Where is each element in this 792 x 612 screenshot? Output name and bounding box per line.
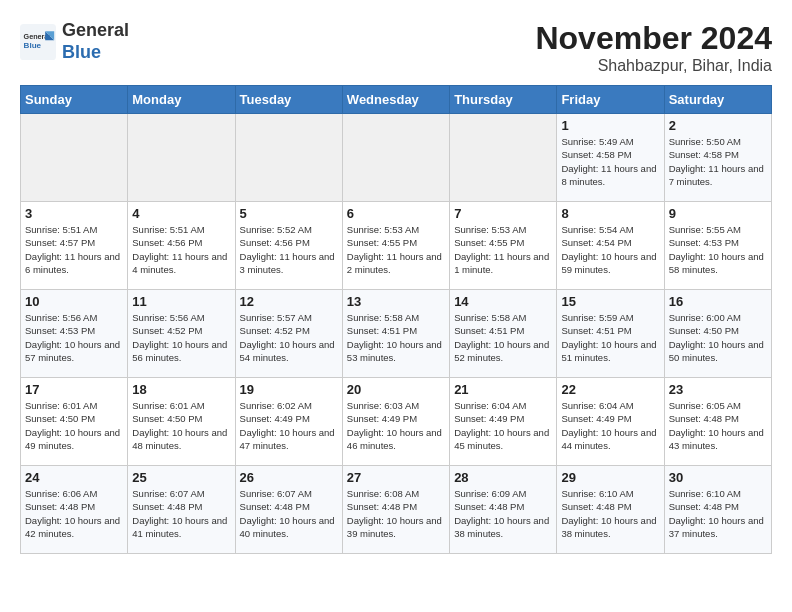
day-number: 19 [240,382,338,397]
weekday-header-monday: Monday [128,86,235,114]
calendar-week-3: 10Sunrise: 5:56 AM Sunset: 4:53 PM Dayli… [21,290,772,378]
weekday-header-saturday: Saturday [664,86,771,114]
calendar-table: SundayMondayTuesdayWednesdayThursdayFrid… [20,85,772,554]
calendar-week-1: 1Sunrise: 5:49 AM Sunset: 4:58 PM Daylig… [21,114,772,202]
day-number: 9 [669,206,767,221]
calendar-cell: 23Sunrise: 6:05 AM Sunset: 4:48 PM Dayli… [664,378,771,466]
day-number: 6 [347,206,445,221]
calendar-cell: 12Sunrise: 5:57 AM Sunset: 4:52 PM Dayli… [235,290,342,378]
calendar-cell: 29Sunrise: 6:10 AM Sunset: 4:48 PM Dayli… [557,466,664,554]
calendar-cell: 18Sunrise: 6:01 AM Sunset: 4:50 PM Dayli… [128,378,235,466]
day-info: Sunrise: 5:51 AM Sunset: 4:57 PM Dayligh… [25,223,123,276]
calendar-cell: 3Sunrise: 5:51 AM Sunset: 4:57 PM Daylig… [21,202,128,290]
calendar-cell: 5Sunrise: 5:52 AM Sunset: 4:56 PM Daylig… [235,202,342,290]
calendar-cell: 15Sunrise: 5:59 AM Sunset: 4:51 PM Dayli… [557,290,664,378]
day-number: 7 [454,206,552,221]
day-number: 23 [669,382,767,397]
month-year-title: November 2024 [535,20,772,57]
calendar-cell: 4Sunrise: 5:51 AM Sunset: 4:56 PM Daylig… [128,202,235,290]
day-info: Sunrise: 5:57 AM Sunset: 4:52 PM Dayligh… [240,311,338,364]
weekday-header-thursday: Thursday [450,86,557,114]
day-info: Sunrise: 5:59 AM Sunset: 4:51 PM Dayligh… [561,311,659,364]
day-info: Sunrise: 5:54 AM Sunset: 4:54 PM Dayligh… [561,223,659,276]
calendar-cell: 26Sunrise: 6:07 AM Sunset: 4:48 PM Dayli… [235,466,342,554]
calendar-cell: 14Sunrise: 5:58 AM Sunset: 4:51 PM Dayli… [450,290,557,378]
calendar-cell: 25Sunrise: 6:07 AM Sunset: 4:48 PM Dayli… [128,466,235,554]
day-info: Sunrise: 6:04 AM Sunset: 4:49 PM Dayligh… [561,399,659,452]
calendar-cell: 22Sunrise: 6:04 AM Sunset: 4:49 PM Dayli… [557,378,664,466]
calendar-cell: 16Sunrise: 6:00 AM Sunset: 4:50 PM Dayli… [664,290,771,378]
day-number: 20 [347,382,445,397]
calendar-cell: 8Sunrise: 5:54 AM Sunset: 4:54 PM Daylig… [557,202,664,290]
weekday-header-wednesday: Wednesday [342,86,449,114]
calendar-cell: 21Sunrise: 6:04 AM Sunset: 4:49 PM Dayli… [450,378,557,466]
day-info: Sunrise: 6:05 AM Sunset: 4:48 PM Dayligh… [669,399,767,452]
day-info: Sunrise: 5:51 AM Sunset: 4:56 PM Dayligh… [132,223,230,276]
day-number: 10 [25,294,123,309]
day-info: Sunrise: 5:53 AM Sunset: 4:55 PM Dayligh… [347,223,445,276]
calendar-cell: 13Sunrise: 5:58 AM Sunset: 4:51 PM Dayli… [342,290,449,378]
calendar-cell: 7Sunrise: 5:53 AM Sunset: 4:55 PM Daylig… [450,202,557,290]
calendar-cell: 10Sunrise: 5:56 AM Sunset: 4:53 PM Dayli… [21,290,128,378]
day-info: Sunrise: 6:10 AM Sunset: 4:48 PM Dayligh… [561,487,659,540]
day-number: 13 [347,294,445,309]
day-number: 26 [240,470,338,485]
day-info: Sunrise: 6:08 AM Sunset: 4:48 PM Dayligh… [347,487,445,540]
day-info: Sunrise: 6:04 AM Sunset: 4:49 PM Dayligh… [454,399,552,452]
page-header: General Blue General Blue November 2024 … [20,20,772,75]
day-info: Sunrise: 6:03 AM Sunset: 4:49 PM Dayligh… [347,399,445,452]
day-info: Sunrise: 6:00 AM Sunset: 4:50 PM Dayligh… [669,311,767,364]
day-number: 14 [454,294,552,309]
day-number: 18 [132,382,230,397]
calendar-cell: 1Sunrise: 5:49 AM Sunset: 4:58 PM Daylig… [557,114,664,202]
day-info: Sunrise: 6:07 AM Sunset: 4:48 PM Dayligh… [132,487,230,540]
calendar-cell: 9Sunrise: 5:55 AM Sunset: 4:53 PM Daylig… [664,202,771,290]
day-info: Sunrise: 6:10 AM Sunset: 4:48 PM Dayligh… [669,487,767,540]
day-info: Sunrise: 5:58 AM Sunset: 4:51 PM Dayligh… [347,311,445,364]
calendar-cell: 17Sunrise: 6:01 AM Sunset: 4:50 PM Dayli… [21,378,128,466]
calendar-cell: 24Sunrise: 6:06 AM Sunset: 4:48 PM Dayli… [21,466,128,554]
day-number: 1 [561,118,659,133]
calendar-cell: 28Sunrise: 6:09 AM Sunset: 4:48 PM Dayli… [450,466,557,554]
weekday-header-sunday: Sunday [21,86,128,114]
day-info: Sunrise: 6:01 AM Sunset: 4:50 PM Dayligh… [25,399,123,452]
logo-text: General Blue [62,20,129,63]
day-info: Sunrise: 6:01 AM Sunset: 4:50 PM Dayligh… [132,399,230,452]
calendar-cell: 20Sunrise: 6:03 AM Sunset: 4:49 PM Dayli… [342,378,449,466]
day-number: 2 [669,118,767,133]
day-info: Sunrise: 6:09 AM Sunset: 4:48 PM Dayligh… [454,487,552,540]
day-info: Sunrise: 6:07 AM Sunset: 4:48 PM Dayligh… [240,487,338,540]
day-number: 5 [240,206,338,221]
day-number: 15 [561,294,659,309]
svg-text:Blue: Blue [24,41,42,50]
calendar-week-2: 3Sunrise: 5:51 AM Sunset: 4:57 PM Daylig… [21,202,772,290]
day-number: 21 [454,382,552,397]
day-info: Sunrise: 6:06 AM Sunset: 4:48 PM Dayligh… [25,487,123,540]
day-number: 12 [240,294,338,309]
weekday-header-row: SundayMondayTuesdayWednesdayThursdayFrid… [21,86,772,114]
day-number: 27 [347,470,445,485]
day-info: Sunrise: 5:56 AM Sunset: 4:53 PM Dayligh… [25,311,123,364]
logo: General Blue General Blue [20,20,129,63]
day-info: Sunrise: 5:49 AM Sunset: 4:58 PM Dayligh… [561,135,659,188]
day-number: 24 [25,470,123,485]
weekday-header-friday: Friday [557,86,664,114]
day-info: Sunrise: 5:50 AM Sunset: 4:58 PM Dayligh… [669,135,767,188]
calendar-cell [235,114,342,202]
calendar-cell: 30Sunrise: 6:10 AM Sunset: 4:48 PM Dayli… [664,466,771,554]
location-subtitle: Shahbazpur, Bihar, India [535,57,772,75]
title-block: November 2024 Shahbazpur, Bihar, India [535,20,772,75]
day-info: Sunrise: 5:56 AM Sunset: 4:52 PM Dayligh… [132,311,230,364]
day-info: Sunrise: 5:52 AM Sunset: 4:56 PM Dayligh… [240,223,338,276]
day-info: Sunrise: 5:55 AM Sunset: 4:53 PM Dayligh… [669,223,767,276]
day-number: 16 [669,294,767,309]
day-number: 30 [669,470,767,485]
day-number: 29 [561,470,659,485]
day-number: 25 [132,470,230,485]
day-number: 11 [132,294,230,309]
day-number: 17 [25,382,123,397]
calendar-cell [342,114,449,202]
calendar-cell: 6Sunrise: 5:53 AM Sunset: 4:55 PM Daylig… [342,202,449,290]
calendar-cell: 11Sunrise: 5:56 AM Sunset: 4:52 PM Dayli… [128,290,235,378]
calendar-cell: 27Sunrise: 6:08 AM Sunset: 4:48 PM Dayli… [342,466,449,554]
